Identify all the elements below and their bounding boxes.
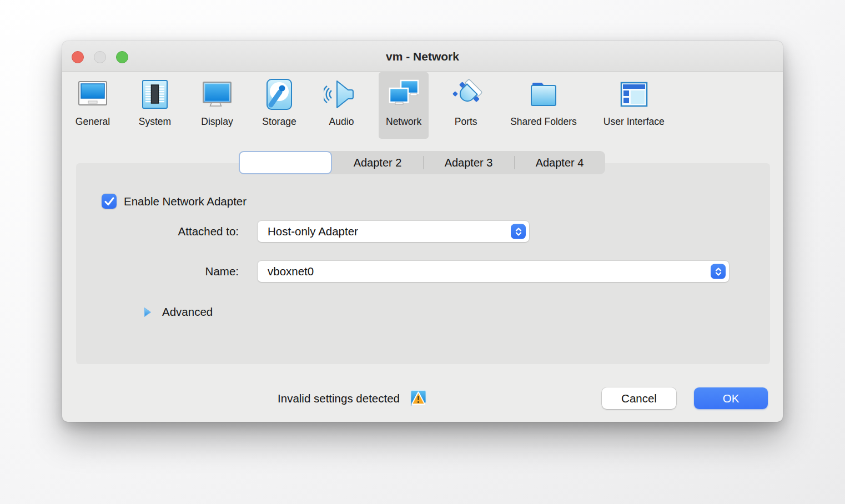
ports-icon: [448, 77, 484, 112]
tab-separator: [514, 156, 515, 169]
tab-separator: [423, 156, 424, 169]
name-select[interactable]: vboxnet0: [258, 261, 729, 282]
toolbar-item-label: Storage: [262, 116, 296, 128]
checkmark-icon: [102, 194, 117, 209]
settings-toolbar: General System: [62, 72, 783, 139]
toolbar-item-label: Display: [201, 116, 233, 128]
tab-adapter-1[interactable]: [239, 151, 332, 174]
enable-adapter-checkbox[interactable]: [102, 194, 117, 209]
tab-adapter-2[interactable]: Adapter 2: [332, 151, 423, 174]
toolbar-item-audio[interactable]: Audio: [316, 72, 366, 139]
system-icon: [137, 77, 173, 112]
vm-network-settings-window: vm - Network General: [62, 41, 783, 422]
toolbar-item-label: Audio: [329, 116, 354, 128]
toolbar-item-user-interface[interactable]: User Interface: [596, 72, 672, 139]
status-text: Invalid settings detected: [278, 390, 400, 407]
name-value: vboxnet0: [268, 265, 314, 278]
storage-icon: [261, 77, 297, 112]
attached-to-select[interactable]: Host-only Adapter: [258, 221, 529, 242]
toolbar-item-ports[interactable]: Ports: [441, 72, 491, 139]
titlebar[interactable]: vm - Network: [62, 41, 783, 72]
adapter-tabbar: Adapter 2 Adapter 3 Adapter 4: [239, 151, 605, 174]
advanced-label: Advanced: [162, 305, 213, 319]
tab-label: Adapter 4: [536, 157, 584, 169]
name-label: Name:: [76, 261, 239, 282]
toolbar-item-general[interactable]: General: [68, 72, 118, 139]
attached-to-value: Host-only Adapter: [268, 225, 358, 238]
audio-icon: [324, 77, 359, 112]
toolbar-item-label: General: [76, 116, 110, 128]
toolbar-item-label: Network: [386, 116, 421, 128]
toolbar-item-storage[interactable]: Storage: [254, 72, 304, 139]
toolbar-item-display[interactable]: Display: [192, 72, 242, 139]
tab-label: Adapter 3: [445, 157, 493, 169]
toolbar-item-label: User Interface: [603, 116, 665, 128]
enable-adapter-row: Enable Network Adapter: [102, 194, 247, 209]
window-title: vm - Network: [62, 41, 783, 72]
shared-folders-icon: [526, 77, 561, 112]
toolbar-item-network[interactable]: Network: [379, 72, 429, 139]
toolbar-item-label: System: [139, 116, 171, 128]
disclosure-triangle-icon: [143, 307, 152, 317]
stepper-icon: [711, 264, 726, 279]
tab-adapter-3[interactable]: Adapter 3: [423, 151, 514, 174]
warning-icon: [409, 389, 427, 407]
general-icon: [75, 77, 110, 112]
attached-to-label: Attached to:: [76, 221, 239, 242]
tab-adapter-4[interactable]: Adapter 4: [514, 151, 605, 174]
toolbar-item-system[interactable]: System: [130, 72, 180, 139]
user-interface-icon: [616, 77, 652, 112]
stepper-icon: [511, 224, 526, 239]
advanced-disclosure[interactable]: Advanced: [143, 305, 213, 319]
toolbar-item-shared-folders[interactable]: Shared Folders: [503, 72, 584, 139]
display-icon: [199, 77, 235, 112]
network-icon: [386, 77, 421, 112]
ok-button[interactable]: OK: [694, 387, 768, 409]
toolbar-item-label: Shared Folders: [510, 116, 577, 128]
cancel-button[interactable]: Cancel: [602, 387, 676, 409]
enable-adapter-label: Enable Network Adapter: [124, 195, 247, 208]
toolbar-item-label: Ports: [455, 116, 477, 128]
tab-label: Adapter 2: [354, 157, 402, 169]
adapter-settings-panel: Enable Network Adapter Attached to: Host…: [76, 163, 770, 364]
